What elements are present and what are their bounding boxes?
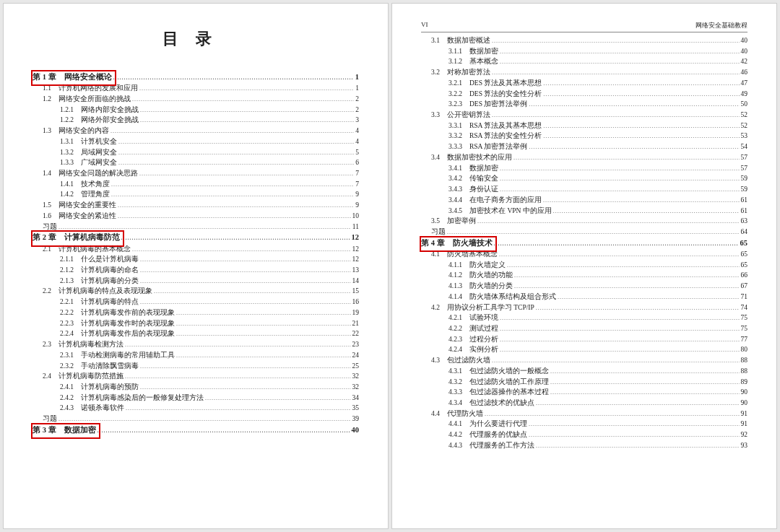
- toc-entry: 1.1 计算机网络的发展和应用1: [32, 83, 359, 94]
- toc-leader: [543, 79, 739, 88]
- toc-leader: [494, 240, 739, 248]
- toc-entry: 1.4 网络安全问题的解决思路7: [32, 168, 359, 179]
- toc-entry: 第 1 章 网络安全概论1: [32, 71, 359, 83]
- toc-leader: [140, 362, 351, 371]
- toc-entry-label: 3.2.2 DES 算法的安全性分析: [448, 89, 542, 100]
- toc-entry-label: 4.1.3 防火墙的分类: [448, 281, 513, 292]
- toc-leader: [536, 304, 740, 313]
- toc-entry-label: 4.1 防火墙基本概念: [431, 249, 498, 260]
- toc-entry-page: 7: [355, 179, 359, 190]
- toc-entry-label: 3.3.1 RSA 算法及其基本思想: [448, 121, 542, 131]
- toc-entry-label: 2.2.1 计算机病毒的特点: [60, 297, 139, 308]
- toc-entry: 2.3.2 手动清除飘雪病毒25: [32, 361, 359, 372]
- toc-title: 目录: [32, 28, 359, 50]
- toc-entry-label: 1.2.2 网络外部安全挑战: [60, 115, 139, 126]
- toc-entry-page: 75: [741, 323, 748, 334]
- toc-leader: [58, 415, 351, 424]
- toc-entry-label: 3.2.1 DES 算法及其基本思想: [448, 78, 542, 89]
- toc-leader: [139, 84, 354, 93]
- toc-entry-page: 32: [352, 382, 360, 393]
- page-left: 目录 第 1 章 网络安全概论11.1 计算机网络的发展和应用11.2 网络安全…: [3, 3, 389, 529]
- toc-entry-label: 3.3.3 RSA 加密算法举例: [448, 141, 527, 152]
- toc-entry-page: 10: [352, 211, 360, 222]
- toc-leader: [140, 298, 351, 307]
- toc-entry-label: 2.2.2 计算机病毒发作前的表现现象: [60, 308, 175, 318]
- toc-entry-page: 25: [352, 361, 360, 372]
- toc-entry-page: 59: [741, 184, 748, 195]
- toc-entry-label: 1.2 网络安全所面临的挑战: [43, 94, 131, 105]
- toc-entry-label: 4.2.4 实例分析: [448, 344, 498, 355]
- toc-entry-page: 24: [352, 350, 360, 361]
- toc-leader: [176, 309, 351, 318]
- toc-entry-page: 66: [741, 270, 748, 281]
- toc-entry-label: 4.1.4 防火墙体系结构及组合形式: [448, 292, 556, 302]
- toc-leader: [529, 431, 740, 440]
- toc-entry: 2.4.1 计算机病毒的预防32: [32, 382, 359, 393]
- toc-entry-page: 19: [352, 308, 360, 318]
- toc-entry-page: 22: [352, 328, 360, 339]
- toc-entry: 2.4.3 诺顿杀毒软件35: [32, 403, 359, 414]
- toc-entry: 2.2.2 计算机病毒发作前的表现现象19: [32, 308, 359, 318]
- toc-entry-page: 52: [741, 110, 748, 121]
- toc-entry: 3.3.2 RSA 算法的安全性分析53: [421, 131, 748, 141]
- toc-entry-label: 3.5 加密举例: [431, 216, 476, 227]
- toc-leader: [176, 330, 351, 339]
- toc-entry-label: 3.1 数据加密概述: [431, 35, 490, 46]
- toc-leader: [500, 175, 740, 183]
- toc-leader: [536, 442, 740, 450]
- toc-entry-label: 3.4.3 身份认证: [448, 184, 498, 195]
- toc-entry: 1.2 网络安全所面临的挑战2: [32, 94, 359, 105]
- toc-entry-label: 2.1.2 计算机病毒的命名: [60, 265, 139, 276]
- toc-leader: [447, 228, 740, 237]
- toc-entry: 3.2.3 DES 加密算法举例50: [421, 99, 748, 110]
- toc-entry: 4.4.2 代理服务的优缺点92: [421, 429, 748, 440]
- toc-leader: [113, 74, 354, 82]
- toc-entry: 3.4.5 加密技术在 VPN 中的应用61: [421, 206, 748, 217]
- toc-entry-page: 90: [741, 398, 748, 409]
- toc-entry-label: 4.4.3 代理服务的工作方法: [448, 440, 534, 451]
- toc-entry-page: 92: [741, 429, 748, 440]
- toc-entry-page: 4: [355, 126, 359, 136]
- toc-entry-page: 39: [352, 414, 360, 424]
- toc-entry-page: 53: [741, 131, 748, 141]
- toc-leader: [125, 372, 351, 381]
- toc-entry: 3.4.2 传输安全59: [421, 173, 748, 184]
- toc-entry-label: 第 1 章 网络安全概论: [32, 71, 112, 83]
- toc-entry-page: 71: [741, 292, 748, 302]
- toc-entry-label: 3.4.5 加密技术在 VPN 中的应用: [448, 206, 552, 217]
- toc-entry-page: 91: [741, 409, 748, 419]
- toc-entry: 4.1.3 防火墙的分类67: [421, 281, 748, 292]
- toc-leader: [140, 266, 351, 275]
- toc-leader: [500, 336, 740, 344]
- toc-entry-label: 习题: [43, 222, 57, 232]
- toc-entry: 3.2.1 DES 算法及其基本思想47: [421, 78, 748, 89]
- toc-entry-label: 2.1.1 什么是计算机病毒: [60, 254, 139, 265]
- toc-leader: [550, 367, 740, 376]
- toc-leader: [507, 261, 740, 270]
- toc-entry: 4.2 用协议分析工具学习 TCP/IP74: [421, 302, 748, 313]
- toc-leader: [558, 293, 740, 302]
- toc-entry-label: 2.3.2 手动清除飘雪病毒: [60, 361, 139, 372]
- toc-entry: 3.1.2 基本概念42: [421, 56, 748, 67]
- toc-entry: 4.3.3 包过滤器操作的基本过程90: [421, 387, 748, 398]
- toc-leader: [118, 149, 354, 157]
- toc-entry: 4.1.2 防火墙的功能66: [421, 270, 748, 281]
- toc-entry: 4.1.4 防火墙体系结构及组合形式71: [421, 292, 748, 302]
- toc-entry-label: 第 4 章 防火墙技术: [421, 237, 493, 249]
- toc-entry: 3.4.1 数据加密57: [421, 163, 748, 174]
- toc-leader: [529, 100, 739, 109]
- toc-entry: 2.2.3 计算机病毒发作时的表现现象21: [32, 318, 359, 329]
- toc-entry-page: 34: [352, 393, 360, 404]
- toc-entry-page: 14: [352, 276, 360, 287]
- toc-leader: [118, 212, 351, 221]
- toc-leader: [500, 186, 740, 194]
- toc-entry-page: 57: [741, 152, 748, 163]
- toc-entry: 第 2 章 计算机病毒防范12: [32, 232, 359, 243]
- toc-entry: 2.1.1 什么是计算机病毒12: [32, 254, 359, 265]
- toc-leader: [111, 180, 354, 189]
- toc-entry-page: 12: [352, 254, 360, 265]
- toc-leader: [492, 357, 740, 365]
- toc-entry: 1.5 网络安全的重要性9: [32, 200, 359, 211]
- toc-entry: 4.2.3 过程分析77: [421, 334, 748, 345]
- toc-leader: [529, 143, 739, 152]
